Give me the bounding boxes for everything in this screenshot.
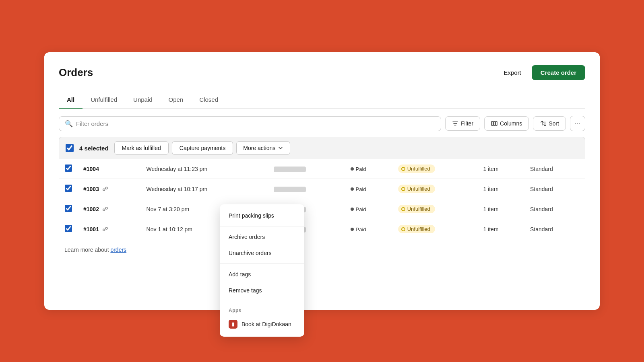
fulfillment-status: Unfulfilled [398, 225, 435, 233]
create-order-button[interactable]: Create order [532, 65, 585, 80]
row-checkbox[interactable] [65, 185, 72, 192]
order-id: #1001 ☍ [83, 226, 108, 232]
tabs-bar: All Unfulfilled Unpaid Open Closed [59, 91, 585, 109]
payment-status: Paid [351, 186, 366, 192]
order-id: #1002 ☍ [83, 206, 108, 212]
bulk-action-bar: 4 selected Mark as fulfilled Capture pay… [59, 137, 585, 159]
fulfillment-status: Unfulfilled [398, 165, 435, 173]
sort-icon [540, 120, 546, 127]
more-actions-button[interactable]: More actions [236, 141, 290, 155]
note-icon: ☍ [102, 206, 108, 212]
item-count: 1 item [477, 219, 524, 239]
order-id: #1003 ☍ [83, 186, 108, 192]
columns-icon [491, 120, 497, 127]
payment-status: Paid [351, 206, 366, 212]
sort-button[interactable]: Sort [533, 116, 566, 131]
tab-closed[interactable]: Closed [191, 91, 226, 109]
svg-rect-2 [495, 121, 497, 125]
dropdown-item-add-tags[interactable]: Add tags [220, 266, 304, 282]
page-title: Orders [59, 66, 93, 79]
more-actions-dropdown: Print packing slips Archive orders Unarc… [220, 204, 304, 337]
table-row: #1002 ☍ Nov 7 at 3:20 pm Paid Unfulfille… [59, 199, 585, 219]
table-row: #1003 ☍ Wednesday at 10:17 pm Paid Unful… [59, 179, 585, 199]
order-id: #1004 [83, 166, 99, 172]
search-icon: 🔍 [65, 120, 73, 128]
row-checkbox[interactable] [65, 165, 72, 172]
filter-button[interactable]: Filter [445, 116, 480, 131]
search-bar[interactable]: 🔍 [59, 116, 441, 131]
payment-status: Paid [351, 226, 366, 232]
payment-status: Paid [351, 166, 366, 172]
tab-unfulfilled[interactable]: Unfulfilled [83, 91, 125, 109]
table-row: #1004 Wednesday at 11:23 pm Paid Unfulfi… [59, 159, 585, 179]
more-dots-icon: ··· [574, 119, 580, 128]
fulfillment-status: Unfulfilled [398, 185, 435, 193]
svg-rect-1 [493, 121, 495, 125]
tab-all[interactable]: All [59, 91, 83, 109]
select-all-checkbox[interactable] [66, 144, 74, 152]
capture-payments-button[interactable]: Capture payments [172, 141, 233, 155]
item-count: 1 item [477, 159, 524, 179]
orders-table: #1004 Wednesday at 11:23 pm Paid Unfulfi… [59, 159, 585, 239]
row-checkbox[interactable] [65, 225, 72, 232]
customer-name [274, 167, 306, 172]
filter-icon [452, 120, 458, 127]
note-icon: ☍ [102, 226, 108, 232]
learn-more-section: Learn more about orders [59, 239, 585, 260]
dropdown-item-remove-tags[interactable]: Remove tags [220, 282, 304, 298]
order-date: Wednesday at 10:17 pm [141, 179, 268, 199]
apps-section-label: Apps [220, 304, 304, 315]
item-count: 1 item [477, 179, 524, 199]
shipping-method: Standard [524, 199, 585, 219]
search-input[interactable] [76, 120, 435, 127]
columns-button[interactable]: Columns [484, 116, 529, 131]
shipping-method: Standard [524, 159, 585, 179]
fulfillment-status: Unfulfilled [398, 205, 435, 213]
chevron-down-icon [278, 145, 283, 151]
order-date: Wednesday at 11:23 pm [141, 159, 268, 179]
shipping-method: Standard [524, 219, 585, 239]
digidokaan-app-icon: ▮ [229, 320, 237, 329]
search-toolbar: 🔍 Filter Columns Sort ··· [59, 116, 585, 131]
dropdown-item-book-at-digidokaan[interactable]: ▮ Book at DigiDokaan [220, 315, 304, 333]
customer-name [274, 187, 306, 192]
toolbar-more-button[interactable]: ··· [570, 116, 585, 131]
note-icon: ☍ [102, 186, 108, 192]
export-button[interactable]: Export [498, 66, 526, 79]
svg-rect-0 [491, 121, 493, 125]
tab-unpaid[interactable]: Unpaid [125, 91, 161, 109]
selected-count: 4 selected [79, 145, 109, 152]
dropdown-divider-2 [220, 263, 304, 264]
dropdown-divider-3 [220, 301, 304, 301]
table-row: #1001 ☍ Nov 1 at 10:12 pm Paid Unfulfill… [59, 219, 585, 239]
dropdown-item-print-packing-slips[interactable]: Print packing slips [220, 208, 304, 224]
learn-more-text: Learn more about [64, 247, 110, 253]
page-header: Orders Export Create order [59, 65, 585, 80]
mark-as-fulfilled-button[interactable]: Mark as fulfilled [114, 141, 169, 155]
row-checkbox[interactable] [65, 205, 72, 212]
item-count: 1 item [477, 199, 524, 219]
dropdown-item-unarchive-orders[interactable]: Unarchive orders [220, 245, 304, 261]
header-actions: Export Create order [498, 65, 585, 80]
orders-card: Orders Export Create order All Unfulfill… [44, 52, 600, 310]
shipping-method: Standard [524, 179, 585, 199]
orders-link[interactable]: orders [110, 247, 126, 253]
dropdown-divider [220, 226, 304, 226]
dropdown-item-archive-orders[interactable]: Archive orders [220, 229, 304, 245]
tab-open[interactable]: Open [161, 91, 192, 109]
